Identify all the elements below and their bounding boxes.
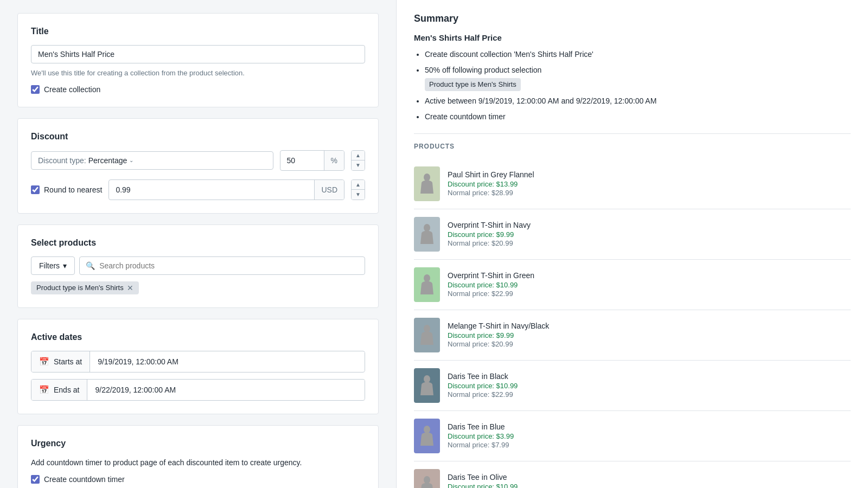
discount-heading: Discount — [31, 132, 365, 142]
starts-at-row: 📅 Starts at — [31, 351, 365, 373]
product-discount-price: Discount price: $3.99 — [448, 432, 851, 440]
round-up-button[interactable]: ▲ — [352, 180, 365, 190]
round-nearest-checkbox[interactable] — [31, 185, 40, 194]
calendar-icon-starts: 📅 — [39, 357, 49, 367]
product-info: Melange T-Shirt in Navy/Black Discount p… — [448, 322, 851, 348]
filter-tag-remove-button[interactable]: ✕ — [127, 284, 133, 292]
calendar-icon-ends: 📅 — [39, 385, 49, 395]
ends-at-row: 📅 Ends at — [31, 379, 365, 401]
starts-at-label: Starts at — [54, 357, 82, 366]
product-name: Overprint T-Shirt in Navy — [448, 221, 851, 229]
title-helper-text: We'll use this title for creating a coll… — [31, 68, 365, 79]
product-item: Daris Tee in Black Discount price: $10.9… — [414, 361, 851, 411]
product-info: Overprint T-Shirt in Navy Discount price… — [448, 221, 851, 247]
summary-subtitle: Men's Shirts Half Price — [414, 33, 851, 42]
product-item: Paul Shirt in Grey Flannel Discount pric… — [414, 159, 851, 209]
product-item: Melange T-Shirt in Navy/Black Discount p… — [414, 310, 851, 361]
ends-at-input[interactable] — [87, 380, 365, 400]
svg-point-4 — [424, 375, 430, 383]
product-info: Daris Tee in Olive Discount price: $10.9… — [448, 473, 851, 488]
active-dates-heading: Active dates — [31, 332, 365, 342]
currency-suffix: USD — [314, 180, 344, 200]
product-thumbnail — [414, 469, 440, 489]
round-spinner: ▲ ▼ — [351, 179, 365, 200]
product-normal-price: Normal price: $20.99 — [448, 239, 851, 247]
product-thumbnail — [414, 217, 440, 252]
products-section-title: PRODUCTS — [414, 133, 851, 150]
round-input-wrap: USD — [108, 179, 344, 200]
svg-point-2 — [424, 274, 430, 282]
urgency-heading: Urgency — [31, 439, 365, 448]
filters-button[interactable]: Filters ▾ — [31, 256, 75, 275]
product-thumbnail — [414, 419, 440, 453]
product-info: Daris Tee in Blue Discount price: $3.99 … — [448, 422, 851, 449]
product-discount-price: Discount price: $9.99 — [448, 331, 851, 339]
percent-input[interactable] — [280, 152, 324, 169]
title-card: Title We'll use this title for creating … — [17, 13, 379, 107]
round-down-button[interactable]: ▼ — [352, 190, 365, 200]
product-thumbnail — [414, 368, 440, 403]
create-collection-checkbox[interactable] — [31, 85, 40, 94]
product-normal-price: Normal price: $7.99 — [448, 441, 851, 449]
product-name: Paul Shirt in Grey Flannel — [448, 170, 851, 179]
filter-tag-product-type: Product type is Men's Shirts ✕ — [31, 281, 139, 294]
discount-card: Discount Discount type: Percentage ⌄ % ▲… — [17, 118, 379, 214]
create-collection-row: Create collection — [31, 85, 365, 94]
discount-type-select[interactable]: Discount type: Percentage ⌄ — [31, 151, 273, 170]
products-list: Paul Shirt in Grey Flannel Discount pric… — [414, 159, 851, 489]
product-discount-price: Discount price: $10.99 — [448, 281, 851, 289]
percent-up-button[interactable]: ▲ — [352, 151, 365, 160]
search-input[interactable] — [79, 256, 365, 275]
product-name: Daris Tee in Blue — [448, 422, 851, 431]
percent-spinner: ▲ ▼ — [351, 150, 365, 171]
product-name: Overprint T-Shirt in Green — [448, 271, 851, 280]
summary-list: Create discount collection 'Men's Shirts… — [414, 49, 851, 123]
starts-at-label-cell: 📅 Starts at — [31, 351, 90, 372]
product-discount-price: Discount price: $9.99 — [448, 230, 851, 239]
title-input[interactable] — [31, 45, 365, 63]
product-discount-price: Discount price: $10.99 — [448, 483, 851, 488]
product-item: Daris Tee in Blue Discount price: $3.99 … — [414, 411, 851, 461]
percent-input-wrap: % — [280, 150, 344, 171]
svg-point-0 — [424, 174, 430, 181]
countdown-checkbox-row: Create countdown timer — [31, 475, 365, 484]
product-thumbnail — [414, 318, 440, 352]
round-checkbox-row: Round to nearest — [31, 185, 102, 194]
percent-down-button[interactable]: ▼ — [352, 160, 365, 170]
summary-bullet-1: Create discount collection 'Men's Shirts… — [425, 49, 851, 60]
select-products-card: Select products Filters ▾ 🔍 Product type… — [17, 224, 379, 308]
svg-point-6 — [424, 476, 430, 484]
create-collection-label: Create collection — [44, 85, 100, 94]
product-discount-price: Discount price: $13.99 — [448, 180, 851, 188]
product-name: Melange T-Shirt in Navy/Black — [448, 322, 851, 330]
product-item: Overprint T-Shirt in Navy Discount price… — [414, 209, 851, 260]
product-info: Daris Tee in Black Discount price: $10.9… — [448, 372, 851, 399]
search-icon: 🔍 — [86, 261, 95, 270]
product-normal-price: Normal price: $22.99 — [448, 290, 851, 298]
urgency-description: Add countdown timer to product page of e… — [31, 457, 365, 468]
product-item: Overprint T-Shirt in Green Discount pric… — [414, 260, 851, 310]
product-info: Overprint T-Shirt in Green Discount pric… — [448, 271, 851, 298]
discount-type-row: Discount type: Percentage ⌄ % ▲ ▼ — [31, 150, 365, 171]
discount-type-chevron-icon: ⌄ — [129, 157, 133, 163]
round-value-input[interactable] — [109, 181, 314, 198]
countdown-timer-checkbox[interactable] — [31, 475, 40, 484]
product-normal-price: Normal price: $28.99 — [448, 189, 851, 197]
round-row: Round to nearest USD ▲ ▼ — [31, 179, 365, 200]
svg-point-5 — [424, 426, 430, 433]
urgency-card: Urgency Add countdown timer to product p… — [17, 425, 379, 489]
filters-label: Filters — [39, 261, 60, 270]
countdown-timer-label: Create countdown timer — [44, 475, 125, 484]
discount-type-prefix: Discount type: — [38, 156, 86, 165]
select-products-row: Filters ▾ 🔍 — [31, 256, 365, 275]
product-name: Daris Tee in Black — [448, 372, 851, 381]
svg-point-3 — [424, 325, 430, 332]
summary-title: Summary — [414, 13, 851, 24]
summary-bullet-4: Create countdown timer — [425, 111, 851, 123]
starts-at-input[interactable] — [90, 352, 365, 371]
left-panel: Title We'll use this title for creating … — [0, 0, 396, 488]
filter-tags-area: Product type is Men's Shirts ✕ — [31, 281, 365, 294]
search-wrap: 🔍 — [79, 256, 365, 275]
active-dates-card: Active dates 📅 Starts at 📅 Ends at — [17, 319, 379, 414]
right-panel: Summary Men's Shirts Half Price Create d… — [396, 0, 868, 488]
